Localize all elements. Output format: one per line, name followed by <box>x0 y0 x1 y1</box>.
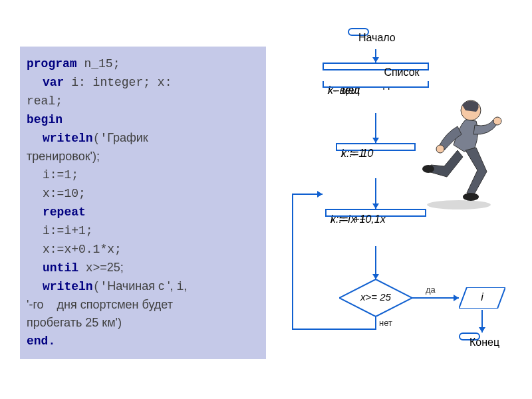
svg-marker-12 <box>479 327 485 332</box>
code-text: >=25; <box>93 261 124 274</box>
svg-marker-3 <box>372 138 379 143</box>
flow-loop-line2: x := x +0,1x <box>331 213 386 227</box>
flow-end-label: Конец <box>469 336 499 348</box>
flow-end: Конец <box>459 332 480 340</box>
runner-illustration <box>419 93 512 213</box>
svg-marker-8 <box>317 191 323 198</box>
code-text: i:=1; <box>43 168 78 182</box>
svg-marker-1 <box>372 57 379 63</box>
flow-data-header: Список данных <box>323 63 429 70</box>
edge-label-no: нет <box>379 318 392 328</box>
kw-writeln: writeln <box>43 132 93 145</box>
string-text: тренировок'); <box>27 150 100 163</box>
svg-point-20 <box>427 200 491 209</box>
svg-point-18 <box>463 193 479 201</box>
kw-begin: begin <box>27 113 63 126</box>
code-text: (' <box>93 280 108 293</box>
code-text: , <box>184 279 187 293</box>
flow-output: i <box>459 287 505 309</box>
svg-marker-7 <box>372 274 379 279</box>
code-text: real; <box>27 94 63 108</box>
flow-output-label: i <box>459 291 505 303</box>
flow-decision-label: x>= 25 <box>339 291 412 303</box>
edge-label-yes: да <box>426 285 436 295</box>
code-text: n_15; <box>77 57 120 70</box>
string-text: '-го дня спортсмен будет <box>27 298 173 311</box>
kw-until: until <box>43 261 78 275</box>
code-text: (' <box>93 132 108 145</box>
flow-data-body: i – цел x- вещ <box>323 81 429 88</box>
flow-decision: x>= 25 <box>339 279 412 317</box>
flow-start: Начало <box>348 28 369 36</box>
kw-end: end. <box>27 334 55 348</box>
code-panel: program n_15; var i: integer; x: real; b… <box>20 47 266 359</box>
code-text: i: integer; x: <box>64 76 172 89</box>
flow-data-body-line2: x- вещ <box>328 84 360 98</box>
svg-marker-5 <box>372 203 379 209</box>
code-text: x:=10; <box>43 187 86 200</box>
flow-loop-body: i := i +1 x := x +0,1x <box>325 209 426 217</box>
svg-point-19 <box>422 165 434 173</box>
svg-marker-10 <box>454 295 459 301</box>
code-text: i:=i+1; <box>43 224 93 237</box>
kw-program: program <box>27 57 77 70</box>
code-text: x:=x+0.1*x; <box>43 243 122 256</box>
kw-var: var <box>43 76 64 89</box>
string-text: пробегать 25 км') <box>27 316 122 329</box>
kw-repeat: repeat <box>43 205 86 219</box>
kw-writeln: writeln <box>43 280 93 293</box>
code-text: x <box>78 261 93 275</box>
code-text: i <box>176 280 184 293</box>
flow-start-label: Начало <box>358 32 396 44</box>
flow-init: i := 1 x := 10 <box>336 143 416 151</box>
string-text: Начиная с ', <box>107 279 176 293</box>
string-text: График <box>107 131 148 144</box>
flow-init-line2: x := 10 <box>341 147 373 161</box>
svg-point-17 <box>436 145 444 153</box>
svg-point-16 <box>493 117 501 125</box>
